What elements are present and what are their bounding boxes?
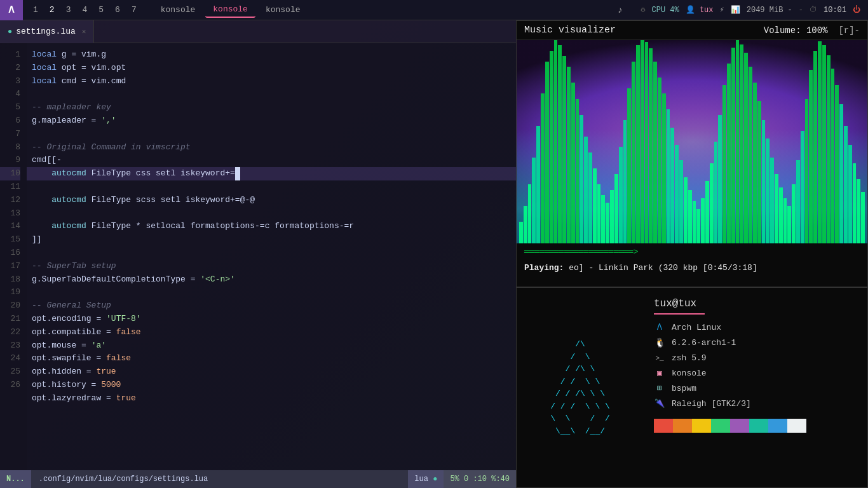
arch-logo-icon: Λ (8, 4, 15, 16)
statusbar-right: lua ● 5% 0 :10 %:40 (408, 470, 516, 488)
taskbar-system-info: ♪ ⚙ CPU 4% 👤 tux ⚡ 📊 2049 MiB - - ⏱ 10:0… (610, 5, 868, 15)
music-visualizer: Music visualizer Volume: 100% [r]- ═════… (516, 20, 868, 287)
viz-header: Music visualizer Volume: 100% [r]- (517, 21, 867, 40)
sysinfo-row-gtk: 🌂 Raleigh [GTK2/3] (654, 398, 857, 409)
sysinfo-username: tux@tux (654, 298, 857, 309)
swatch-teal (749, 419, 768, 433)
workspace-6[interactable]: 6 (110, 4, 125, 16)
sysinfo-row-shell: >_ zsh 5.9 (654, 353, 857, 363)
shell-icon: >_ (654, 355, 665, 362)
sysinfo-kernel: 6.2.6-arch1-1 (672, 338, 736, 348)
viz-title: Music visualizer (524, 25, 616, 36)
editor-tabbar: ● settings.lua ✕ (0, 20, 516, 43)
music-icon: ♪ (618, 5, 623, 15)
code-editor[interactable]: 123456 789101112 131415161718 1920212223… (0, 43, 516, 470)
workspace-4[interactable]: 4 (77, 4, 92, 16)
kernel-icon: 🐧 (654, 337, 665, 348)
line-numbers: 123456 789101112 131415161718 1920212223… (0, 43, 27, 470)
swatch-blue (768, 419, 787, 433)
user-indicator: 👤 tux (686, 5, 714, 15)
sysinfo-row-os: Λ Arch Linux (654, 322, 857, 332)
viz-bars (517, 40, 867, 243)
sysinfo-row-wm: ⊞ bspwm (654, 383, 857, 393)
tab-filename: settings.lua (16, 27, 76, 36)
viz-progress: ══════════════════════> (517, 243, 867, 261)
sysinfo-details: tux@tux Λ Arch Linux 🐧 6.2.6-arch1-1 >_ … (644, 288, 867, 487)
swatch-purple (730, 419, 749, 433)
editor-tab-settings-lua[interactable]: ● settings.lua ✕ (0, 20, 94, 43)
cursor-position: 5% 0 :10 %:40 (444, 470, 516, 488)
wm-icon: ⊞ (654, 383, 665, 393)
swatch-red (654, 419, 673, 433)
sysinfo-row-kernel: 🐧 6.2.6-arch1-1 (654, 337, 857, 348)
workspace-2[interactable]: 2 (44, 4, 60, 16)
color-swatches (654, 419, 857, 433)
editor-panel: ● settings.lua ✕ 123456 789101112 131415… (0, 20, 516, 488)
workspace-5[interactable]: 5 (93, 4, 109, 16)
tab-close-button[interactable]: ✕ (82, 27, 86, 36)
terminal-icon: ▣ (654, 368, 665, 378)
viz-canvas (517, 40, 867, 243)
arch-icon: Λ (654, 322, 665, 332)
sysinfo-divider (654, 313, 705, 315)
swatch-orange (673, 419, 692, 433)
ascii-art: /\ / \ / /\ \ / / \ \ / / /\ \ \ / / / \… (517, 288, 644, 487)
workspace-7[interactable]: 7 (126, 4, 142, 16)
main-layout: ● settings.lua ✕ 123456 789101112 131415… (0, 20, 868, 488)
clock: 10:01 (824, 6, 846, 15)
app-tab-konsole-1[interactable]: konsole (153, 3, 203, 17)
swatch-yellow (692, 419, 711, 433)
gtk-icon: 🌂 (654, 398, 665, 409)
sysinfo-gtk: Raleigh [GTK2/3] (672, 399, 751, 409)
code-text[interactable]: local g = vim.g local opt = vim.opt loca… (27, 43, 516, 470)
power-icon[interactable]: ⏻ (853, 5, 860, 15)
sysinfo-panel: /\ / \ / /\ \ / / \ \ / / /\ \ \ / / / \… (516, 287, 868, 488)
viz-playing-info: Playing: eo] - Linkin Park (320 kbp [0:4… (517, 261, 867, 275)
cpu-usage: CPU 4% (652, 6, 679, 15)
vim-mode-badge: N... (0, 470, 31, 488)
memory-usage: 2049 MiB - (747, 6, 792, 15)
swatch-white (787, 419, 806, 433)
viz-volume: Volume: 100% [r]- (764, 25, 860, 36)
sysinfo-wm: bspwm (672, 384, 696, 393)
right-panel: Music visualizer Volume: 100% [r]- ═════… (516, 20, 868, 488)
editor-statusbar: N... .config/nvim/lua/configs/settings.l… (0, 470, 516, 488)
sysinfo-row-terminal: ▣ konsole (654, 368, 857, 378)
swatch-green (711, 419, 730, 433)
taskbar: Λ 1 2 3 4 5 6 7 konsole konsole konsole … (0, 0, 868, 20)
sysinfo-terminal: konsole (672, 369, 707, 378)
workspace-1[interactable]: 1 (28, 4, 43, 16)
app-tab-konsole-2[interactable]: konsole (205, 2, 255, 18)
app-tab-konsole-3[interactable]: konsole (258, 3, 308, 17)
language-badge: lua ● (408, 470, 444, 488)
taskbar-logo: Λ (0, 0, 23, 20)
workspace-3[interactable]: 3 (61, 4, 76, 16)
workspace-switcher: 1 2 3 4 5 6 7 (23, 4, 147, 16)
sysinfo-shell: zsh 5.9 (672, 353, 707, 363)
sysinfo-os: Arch Linux (672, 323, 721, 332)
file-path: .config/nvim/lua/configs/settings.lua (31, 475, 215, 484)
wifi-icon: ⚡ (720, 5, 724, 15)
app-tabs: konsole konsole konsole (147, 2, 610, 18)
tab-file-icon: ● (8, 27, 12, 36)
